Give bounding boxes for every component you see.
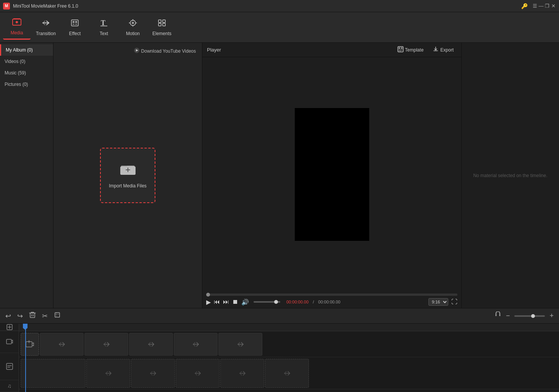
svg-rect-13 (163, 20, 165, 23)
subtitle-track-label (0, 353, 19, 380)
redo-button[interactable]: ↪ (16, 311, 24, 321)
zoom-out-button[interactable]: − (504, 311, 512, 321)
template-button[interactable]: Template (394, 45, 427, 55)
crop-button[interactable] (52, 311, 62, 321)
delete-button[interactable] (27, 311, 37, 321)
elements-icon (157, 19, 166, 29)
play-button[interactable]: ▶ (206, 298, 211, 306)
download-youtube-button[interactable]: Download YouTube Videos (131, 46, 199, 56)
svg-rect-31 (6, 339, 11, 344)
video-area (202, 57, 461, 291)
subtitle-slot-large[interactable] (21, 359, 86, 388)
volume-slider[interactable] (254, 301, 280, 303)
timeline-right-tools: − + (493, 311, 555, 321)
timeline-toolbar: ↩ ↪ ✂ − (0, 308, 559, 324)
effect-label: Effect (69, 31, 81, 36)
no-material-text: No material selected on the timeline. (473, 173, 547, 178)
template-label: Template (405, 47, 424, 53)
toolbar-btn-motion[interactable]: Motion (119, 15, 147, 40)
time-total: 00:00:00.00 (318, 300, 340, 304)
transition-slot-4[interactable] (174, 333, 218, 356)
zoom-slider[interactable] (514, 315, 545, 317)
next-button[interactable]: ⏭ (223, 298, 229, 305)
svg-point-11 (132, 22, 134, 24)
stop-button[interactable]: ⏹ (232, 298, 238, 305)
toolbar-btn-media[interactable]: Media (3, 15, 31, 40)
download-icon (134, 47, 140, 55)
playhead (25, 324, 26, 392)
subtitle-track (19, 357, 559, 389)
prev-button[interactable]: ⏮ (214, 298, 220, 305)
main-area: My Album (0) Videos (0) Music (59) Pictu… (0, 43, 559, 308)
toolbar-btn-effect[interactable]: Effect (61, 15, 89, 40)
media-label: Media (11, 30, 23, 35)
media-icon (12, 18, 21, 29)
svg-rect-28 (30, 313, 35, 318)
subtitle-slot-5[interactable] (265, 359, 309, 388)
folder-icon (120, 163, 136, 179)
titlebar: M MiniTool MovieMaker Free 6.1.0 🔑 ☰ — ❐… (0, 0, 559, 12)
app-icon: M (3, 3, 10, 10)
toolbar-btn-text[interactable]: T Text (90, 15, 118, 40)
sidebar-item-pictures[interactable]: Pictures (0) (0, 79, 53, 90)
playhead-head (23, 324, 27, 330)
transition-icon (41, 19, 50, 29)
transition-slot-1[interactable] (40, 333, 84, 356)
video-screen (295, 108, 369, 241)
elements-label: Elements (152, 31, 171, 36)
sidebar-item-videos[interactable]: Videos (0) (0, 56, 53, 67)
video-track-label (0, 331, 19, 353)
text-label: Text (100, 31, 108, 36)
toolbar-btn-elements[interactable]: Elements (148, 15, 176, 40)
transition-slot-2[interactable] (84, 333, 128, 356)
close-button[interactable]: ✕ (551, 3, 556, 9)
svg-rect-14 (158, 23, 161, 26)
export-button[interactable]: Export (430, 45, 457, 55)
svg-rect-1 (13, 18, 20, 19)
progress-bar[interactable] (206, 294, 457, 296)
window-controls[interactable]: ☰ — ❐ ✕ (532, 3, 556, 9)
cut-button[interactable]: ✂ (40, 311, 49, 321)
subtitle-slot-2[interactable] (131, 359, 175, 388)
zoom-in-button[interactable]: + (548, 311, 555, 321)
player-actions: Template Export (394, 45, 457, 55)
ruler (19, 324, 559, 331)
restore-button[interactable]: ❐ (544, 3, 550, 9)
aspect-ratio-select[interactable]: 9:16 16:9 1:1 4:3 (428, 298, 448, 306)
left-panel: My Album (0) Videos (0) Music (59) Pictu… (0, 43, 202, 308)
svg-rect-6 (73, 24, 74, 25)
subtitle-slot-4[interactable] (220, 359, 264, 388)
fullscreen-button[interactable]: ⛶ (451, 298, 457, 305)
subtitle-slot-3[interactable] (176, 359, 220, 388)
svg-rect-22 (128, 168, 128, 172)
volume-thumb (274, 300, 278, 304)
add-media-button[interactable] (21, 333, 39, 356)
content-area: Download YouTube Videos Import Media Fil… (53, 43, 202, 308)
timeline-tracks (19, 324, 559, 392)
audio-track-label: ♫ (0, 380, 19, 392)
magnet-button[interactable] (493, 311, 503, 321)
video-track (19, 331, 559, 357)
key-icon: 🔑 (521, 3, 528, 9)
volume-icon[interactable]: 🔊 (241, 298, 249, 306)
app-title: MiniTool MovieMaker Free 6.1.0 (13, 3, 518, 9)
svg-rect-7 (75, 24, 77, 25)
toolbar-btn-transition[interactable]: Transition (32, 15, 60, 40)
progress-thumb[interactable] (206, 293, 210, 297)
transition-slot-3[interactable] (129, 333, 173, 356)
sidebar-item-music[interactable]: Music (59) (0, 67, 53, 79)
zoom-thumb (531, 314, 535, 318)
undo-button[interactable]: ↩ (4, 311, 13, 321)
svg-rect-27 (399, 51, 401, 52)
subtitle-slot-1[interactable] (86, 359, 130, 388)
export-label: Export (440, 47, 454, 53)
controls-row: ▶ ⏮ ⏭ ⏹ 🔊 00:00:00.00 / 00:00:00.00 9:16… (206, 298, 457, 306)
player-panel: Player Template (202, 43, 462, 308)
sidebar-item-my-album[interactable]: My Album (0) (0, 44, 53, 56)
import-media-button[interactable]: Import Media Files (100, 148, 155, 203)
transition-slot-5[interactable] (218, 333, 262, 356)
add-track-label[interactable] (0, 324, 19, 331)
minimize-button[interactable]: — (538, 3, 544, 9)
svg-rect-5 (75, 21, 77, 23)
hamburger-icon[interactable]: ☰ (532, 3, 538, 9)
